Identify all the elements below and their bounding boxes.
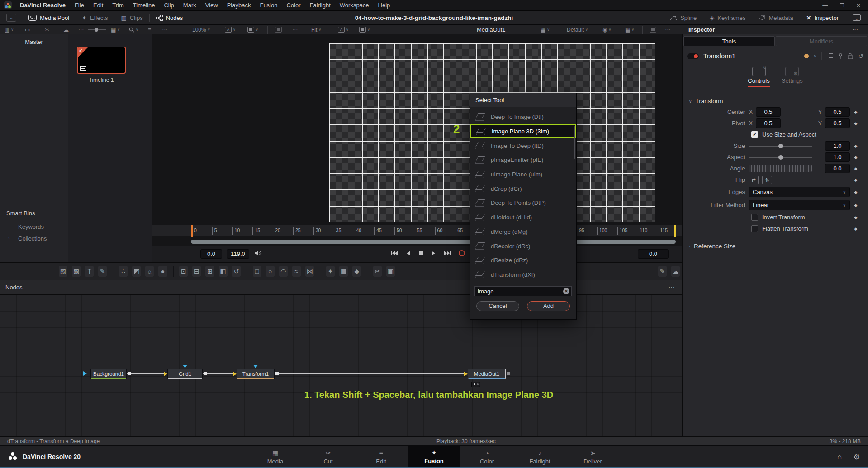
keyframe-diamond-icon[interactable]: ◆ [850,190,862,194]
metadata-button[interactable]: Metadata [752,11,799,25]
node-transform1[interactable]: Transform1 [237,369,275,379]
add-button[interactable]: Add [527,301,570,311]
nodes-panel-options-icon[interactable]: ⋯ [669,284,674,291]
history-arrows-icon[interactable]: ‹ › [25,25,30,34]
size-slider[interactable] [749,146,812,147]
output-port[interactable] [128,372,131,375]
inspector-options-icon[interactable]: ⋯ [852,25,858,34]
viewer-3d-icon[interactable]: ◉ ∨ [602,25,611,34]
mask-input-port[interactable] [183,365,187,368]
node-grid1[interactable]: Grid1 [167,369,203,379]
node-editor[interactable]: Background1 Grid1 Transform1 MediaOut1 [0,295,682,436]
keyframe-diamond-icon[interactable]: ◆ [850,144,862,148]
ellipse-mask-tool-icon[interactable]: ○ [266,266,275,277]
tool-item-dresize[interactable]: dResize (dRz) [470,253,576,268]
flatten-transform-checkbox[interactable] [751,225,758,232]
grid-view-icon[interactable]: ▦ ∨ [111,25,120,34]
search-icon[interactable]: ∨ [129,25,138,34]
page-deliver[interactable]: ➤Deliver [566,446,619,468]
reference-size-section[interactable]: › Reference Size [683,238,868,250]
smart-bin-keywords[interactable]: Keywords [18,223,44,230]
panel-dropdown-button[interactable]: ⌄ [6,14,16,22]
sync-bin-icon[interactable]: ☁ [63,25,69,34]
aspect-slider[interactable] [749,157,812,158]
menu-timeline[interactable]: Timeline [128,0,160,11]
timeline-ruler[interactable]: 0510152025303540455055606570758085909510… [152,225,682,236]
wire-background1-grid1[interactable] [127,373,164,374]
tab-modifiers[interactable]: Modifiers [776,36,867,46]
keyframe-diamond-icon[interactable]: ◆ [850,203,862,208]
rectangle-mask-tool-icon[interactable]: □ [253,266,261,277]
blur-tool-icon[interactable]: ∴ [119,266,128,277]
viewer-option-box-icon[interactable] [275,25,282,34]
flip-horizontal-button[interactable]: ⇄ [749,176,759,184]
tool-icon-19[interactable]: ✦ [326,266,335,277]
menu-file[interactable]: File [70,0,89,11]
reset-icon[interactable]: ↺ [858,52,863,60]
wand-mask-tool-icon[interactable]: ⋈ [305,266,314,277]
bin-master[interactable]: Master [0,34,68,45]
usage-icon[interactable]: ✂ [45,25,49,34]
go-to-end-button[interactable] [444,251,451,256]
menu-trim[interactable]: Trim [108,0,128,11]
inspector-button[interactable]: ✕ Inspector [800,11,845,25]
edges-dropdown[interactable]: Canvas∨ [749,187,850,197]
timeline-thumbnail[interactable]: ✓ [77,47,126,74]
fill-tool-icon[interactable]: ∨ [247,25,258,34]
paint-tool-icon[interactable]: ✎ [98,266,107,277]
subtab-settings[interactable]: Settings [782,67,803,87]
tool-icon-22[interactable]: ✂ [373,266,382,277]
minimize-button[interactable]: — [822,2,828,9]
annotation-tool-icon[interactable]: A ∨ [225,25,236,34]
node-background1[interactable]: Background1 [90,369,127,379]
subtab-controls[interactable]: Controls [748,67,769,87]
hue-tool-icon[interactable]: ● [158,266,167,277]
size-field[interactable]: 1.0 [825,141,850,151]
tool-item-image-to-deep[interactable]: Image To Deep (ItD) [470,138,576,153]
tool-icon-25[interactable]: ☁ [671,266,680,277]
chevron-down-icon[interactable]: ∨ [814,54,817,58]
saver-tool-icon[interactable]: ⊟ [192,266,201,277]
smart-bin-collections[interactable]: Collections [18,235,47,242]
spline-button[interactable]: Spline [664,11,703,25]
viewer-a-icon[interactable]: A ∨ [338,25,349,34]
loop-playback-button[interactable] [459,250,465,256]
pivot-y-field[interactable]: 0.5 [825,118,850,128]
page-edit[interactable]: ≡Edit [355,446,408,468]
stop-button[interactable] [418,251,423,256]
tab-tools[interactable]: Tools [683,36,775,46]
more-options-icon[interactable]: ⋯ [78,25,84,34]
node-mediaout1[interactable]: MediaOut1 [468,369,506,379]
menu-mark[interactable]: Mark [179,0,201,11]
page-fairlight[interactable]: ♪Fairlight [513,446,566,468]
page-media[interactable]: ▦Media [249,446,302,468]
mediaout1-view-indicator[interactable] [471,382,480,387]
keyframe-diamond-icon[interactable]: ◆ [850,121,862,126]
menu-edit[interactable]: Edit [89,0,108,11]
fit-dropdown[interactable]: Fit ∨ [311,25,321,34]
cancel-button[interactable]: Cancel [476,301,519,311]
tool-icon-23[interactable]: ▣ [386,266,395,277]
tool-item-dtransform[interactable]: dTransform (dXf) [470,268,576,282]
tool-item-uimage-plane[interactable]: uImage Plane (uIm) [470,167,576,182]
menu-color[interactable]: Color [282,0,305,11]
menu-view[interactable]: View [201,0,223,11]
polygon-mask-tool-icon[interactable]: ≈ [292,266,301,277]
media-pool-button[interactable]: Media Pool [22,11,76,25]
wire-grid1-transform1[interactable] [203,373,233,374]
node-color-dot[interactable] [804,54,809,58]
keyframe-diamond-icon[interactable]: ◆ [850,155,862,160]
wire-transform1-mediaout1[interactable] [275,373,464,374]
mask-input-port[interactable] [253,365,258,368]
dual-screen-icon[interactable] [853,14,861,21]
bin-panel-icon[interactable]: ▥ ∨ [5,25,14,34]
tool-icon-21[interactable]: ◆ [352,266,361,277]
background1-input-port[interactable] [83,371,87,376]
text-tool-icon[interactable]: T [85,266,94,277]
tool-item-drecolor[interactable]: dRecolor (dRc) [470,239,576,253]
colorcurves-tool-icon[interactable]: ◩ [132,266,141,277]
input-port[interactable] [464,372,468,376]
aspect-field[interactable]: 1.0 [825,152,850,162]
menu-playback[interactable]: Playback [223,0,256,11]
tool-icon-24[interactable]: ✎ [658,266,667,277]
